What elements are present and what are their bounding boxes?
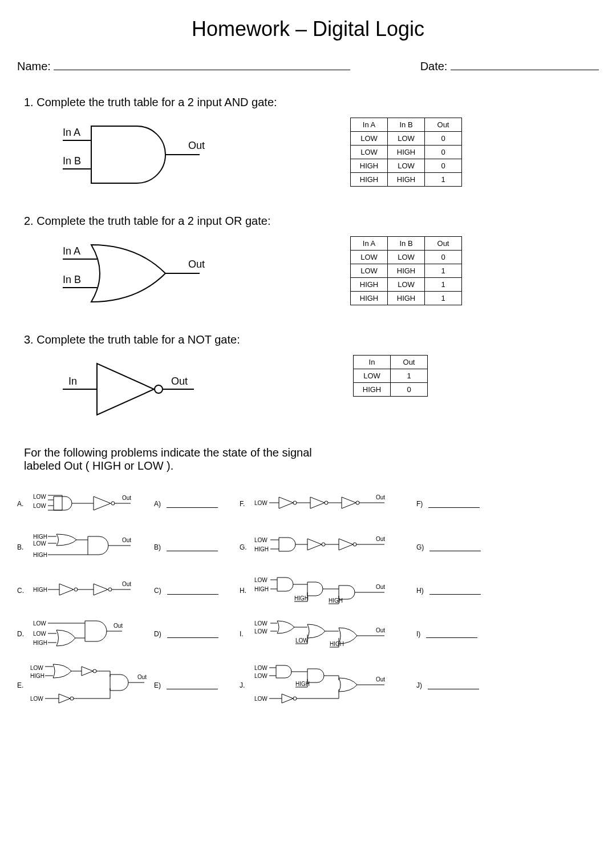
th: Out bbox=[425, 118, 462, 132]
svg-text:LOW: LOW bbox=[254, 537, 268, 543]
svg-text:HIGH: HIGH bbox=[254, 586, 269, 592]
svg-text:LOW: LOW bbox=[254, 696, 268, 702]
svg-text:LOW: LOW bbox=[254, 620, 268, 627]
svg-point-12 bbox=[111, 502, 115, 505]
date-field: Date: bbox=[420, 58, 599, 73]
svg-text:LOW: LOW bbox=[254, 577, 268, 583]
svg-text:Out: Out bbox=[114, 623, 123, 629]
svg-text:HIGH: HIGH bbox=[33, 640, 47, 646]
svg-text:HIGH: HIGH bbox=[254, 546, 269, 552]
and-truth-table: In A In B Out LOWLOW0 LOWHIGH0 HIGHLOW0 … bbox=[350, 118, 462, 187]
question-1: 1. Complete the truth table for a 2 inpu… bbox=[17, 96, 599, 192]
or-in-b: In B bbox=[63, 274, 81, 285]
name-label: Name: bbox=[17, 60, 51, 72]
svg-text:Out: Out bbox=[376, 584, 385, 590]
not-in: In bbox=[68, 375, 77, 387]
svg-text:Out: Out bbox=[376, 676, 385, 683]
circuit-f: LOW Out bbox=[253, 492, 407, 515]
svg-text:LOW: LOW bbox=[295, 637, 309, 644]
date-label: Date: bbox=[420, 60, 448, 72]
circuit-c: HIGH Out bbox=[31, 579, 145, 602]
svg-text:HIGH: HIGH bbox=[33, 587, 47, 593]
name-field: Name: bbox=[17, 58, 350, 73]
and-gate-diagram: In A In B Out bbox=[40, 118, 222, 192]
problem-f: F. LOW Out bbox=[240, 490, 411, 518]
instructions: For the following problems indicate the … bbox=[24, 446, 321, 473]
not-gate-diagram: In Out bbox=[40, 355, 222, 423]
svg-text:Out: Out bbox=[376, 627, 385, 633]
svg-text:HIGH: HIGH bbox=[30, 673, 44, 679]
th: In B bbox=[388, 118, 425, 132]
circuit-a: LOW LOW Out bbox=[31, 491, 145, 517]
answer-e[interactable]: E) bbox=[154, 663, 234, 708]
svg-text:Out: Out bbox=[122, 495, 131, 501]
problem-j: J. LOW LOW LOW HIGH Out bbox=[240, 663, 411, 708]
problem-a: A. LOW LOW Out bbox=[17, 490, 148, 518]
circuit-d: LOW LOW HIGH Out bbox=[31, 620, 145, 648]
circuit-h: LOW HIGH HIGH HIGH Out bbox=[253, 575, 407, 606]
svg-point-26 bbox=[108, 588, 112, 591]
and-in-a: In A bbox=[63, 127, 80, 138]
svg-text:LOW: LOW bbox=[33, 494, 46, 500]
answer-b[interactable]: B) bbox=[154, 533, 234, 562]
question-3: 3. Complete the truth table for a NOT ga… bbox=[17, 333, 599, 423]
problem-e: E. LOW HIGH LOW Out bbox=[17, 663, 148, 708]
problem-d: D. LOW LOW HIGH Out bbox=[17, 620, 148, 648]
answer-g[interactable]: G) bbox=[416, 533, 496, 562]
svg-text:LOW: LOW bbox=[33, 631, 46, 637]
svg-text:Out: Out bbox=[122, 581, 131, 587]
svg-text:LOW: LOW bbox=[30, 665, 43, 671]
svg-text:LOW: LOW bbox=[254, 628, 268, 635]
header-row: Name: Date: bbox=[17, 58, 599, 73]
svg-text:HIGH: HIGH bbox=[294, 595, 309, 601]
answer-a[interactable]: A) bbox=[154, 490, 234, 518]
svg-text:HIGH: HIGH bbox=[330, 641, 344, 647]
svg-text:LOW: LOW bbox=[33, 503, 46, 509]
question-2: 2. Complete the truth table for a 2 inpu… bbox=[17, 215, 599, 310]
svg-text:Out: Out bbox=[122, 537, 131, 543]
th: In A bbox=[351, 118, 388, 132]
answer-d[interactable]: D) bbox=[154, 620, 234, 648]
date-blank[interactable] bbox=[451, 58, 599, 70]
q3-head: 3. Complete the truth table for a NOT ga… bbox=[24, 333, 599, 346]
svg-text:HIGH: HIGH bbox=[33, 534, 47, 540]
svg-text:HIGH: HIGH bbox=[33, 552, 47, 558]
not-truth-table: In Out LOW1 HIGH0 bbox=[353, 355, 428, 397]
problem-c: C. HIGH Out bbox=[17, 576, 148, 605]
answer-h[interactable]: H) bbox=[416, 576, 496, 605]
svg-point-24 bbox=[74, 588, 78, 591]
svg-text:Out: Out bbox=[137, 674, 147, 680]
and-in-b: In B bbox=[63, 155, 81, 167]
q1-head: 1. Complete the truth table for a 2 inpu… bbox=[24, 96, 599, 109]
or-truth-table: In A In B Out LOWLOW0 LOWHIGH1 HIGHLOW1 … bbox=[350, 236, 462, 305]
svg-text:LOW: LOW bbox=[33, 620, 46, 627]
not-out: Out bbox=[171, 375, 188, 387]
problems-grid: A. LOW LOW Out B. HIGH LOW HIGH bbox=[17, 490, 599, 708]
svg-text:LOW: LOW bbox=[254, 673, 268, 679]
or-in-a: In A bbox=[63, 245, 80, 257]
problem-b: B. HIGH LOW HIGH Out bbox=[17, 533, 148, 562]
page-title: Homework – Digital Logic bbox=[17, 17, 599, 41]
svg-text:Out: Out bbox=[376, 494, 385, 500]
answer-f[interactable]: F) bbox=[416, 490, 496, 518]
circuit-i: LOW LOW LOW HIGH Out bbox=[253, 619, 407, 649]
problem-i: I. LOW LOW LOW HIGH Out bbox=[240, 620, 411, 648]
problem-h: H. LOW HIGH HIGH HIGH Out bbox=[240, 576, 411, 605]
svg-text:LOW: LOW bbox=[30, 696, 43, 702]
answer-j[interactable]: J) bbox=[416, 663, 496, 708]
or-gate-diagram: In A In B Out bbox=[40, 236, 222, 310]
answer-i[interactable]: I) bbox=[416, 620, 496, 648]
or-out: Out bbox=[188, 259, 205, 270]
problem-g: G. LOW HIGH Out bbox=[240, 533, 411, 562]
svg-text:LOW: LOW bbox=[33, 540, 46, 547]
answer-c[interactable]: C) bbox=[154, 576, 234, 605]
svg-text:LOW: LOW bbox=[254, 500, 268, 506]
svg-text:LOW: LOW bbox=[254, 665, 268, 671]
circuit-g: LOW HIGH Out bbox=[253, 534, 407, 560]
svg-point-6 bbox=[155, 385, 163, 393]
circuit-j: LOW LOW LOW HIGH Out bbox=[253, 663, 407, 708]
name-blank[interactable] bbox=[54, 58, 350, 70]
circuit-b: HIGH LOW HIGH Out bbox=[31, 533, 145, 562]
and-out: Out bbox=[188, 140, 205, 151]
circuit-e: LOW HIGH LOW Out bbox=[30, 663, 148, 708]
